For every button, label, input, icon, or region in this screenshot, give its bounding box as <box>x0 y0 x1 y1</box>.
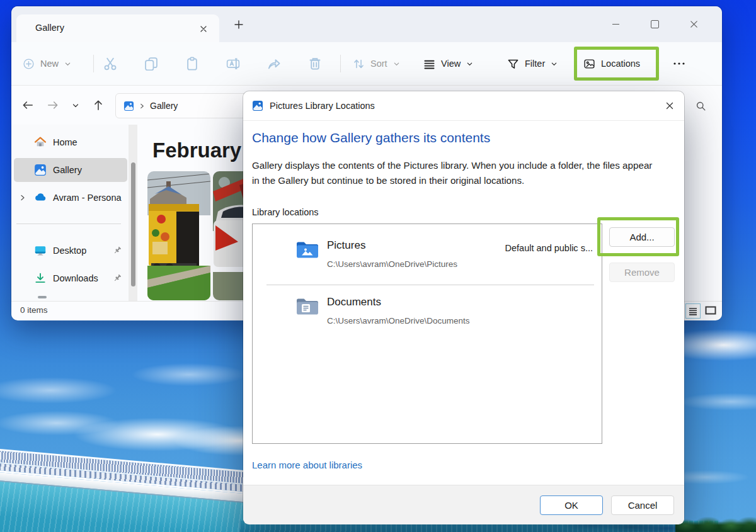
page: { "explorer": { "tab_title": "Gallery", … <box>0 0 756 532</box>
dialog-footer: OK Cancel <box>243 485 684 524</box>
sort-arrows-icon <box>353 58 365 70</box>
cancel-button[interactable]: Cancel <box>611 495 674 515</box>
location-path: C:\Users\avram\OneDrive\Documents <box>327 316 470 325</box>
sidebar-item-label: Home <box>53 137 77 147</box>
breadcrumb-chevron-icon <box>139 103 145 110</box>
rename-icon <box>226 57 240 71</box>
more-options-ellipsis-icon <box>673 62 685 65</box>
learn-more-link[interactable]: Learn more about libraries <box>252 460 362 470</box>
tab-title: Gallery <box>35 23 64 33</box>
items-count: 0 items <box>20 305 48 315</box>
dialog-close-icon[interactable] <box>664 100 675 111</box>
gallery-photo-icon <box>34 164 47 176</box>
minimize-icon[interactable] <box>596 12 635 37</box>
share-button[interactable] <box>267 42 281 85</box>
chevron-down-icon <box>551 60 558 67</box>
thumbnail-view-toggle-icon[interactable] <box>704 305 717 315</box>
delete-trash-icon <box>308 57 322 71</box>
copy-button[interactable] <box>144 42 158 85</box>
forward-arrow-icon[interactable] <box>47 99 59 111</box>
location-name: Documents <box>327 296 381 308</box>
close-icon[interactable] <box>674 12 713 37</box>
copy-icon <box>144 57 158 71</box>
view-button[interactable]: View <box>423 42 473 85</box>
new-circle-plus-icon <box>23 58 35 70</box>
view-list-icon <box>423 58 435 70</box>
filter-funnel-icon <box>507 58 519 70</box>
pictures-library-locations-dialog: Pictures Library Locations Change how Ga… <box>243 91 684 524</box>
dialog-title: Pictures Library Locations <box>270 101 658 111</box>
sidebar-separator <box>16 224 121 224</box>
folder-pictures-icon <box>295 239 319 259</box>
location-path: C:\Users\avram\OneDrive\Pictures <box>327 259 457 269</box>
search-magnifier-icon[interactable] <box>696 101 706 111</box>
list-item-pictures[interactable]: Pictures Default and public s... C:\User… <box>253 228 602 282</box>
sidebar-item-gallery[interactable]: Gallery <box>14 158 127 182</box>
dialog-description: Gallery displays the contents of the Pic… <box>252 158 655 188</box>
sidebar-item-downloads[interactable]: Downloads <box>14 266 127 290</box>
window-controls <box>596 6 713 42</box>
annotation-box-add <box>597 217 679 256</box>
annotation-box-locations <box>574 47 659 81</box>
sidebar-item-partial <box>38 296 47 298</box>
rename-button[interactable] <box>226 42 240 85</box>
up-arrow-icon[interactable] <box>92 99 105 111</box>
view-label: View <box>441 59 461 69</box>
sidebar-item-onedrive[interactable]: Avram - Persona <box>14 186 127 210</box>
share-icon <box>267 57 281 71</box>
location-note: Default and public s... <box>505 243 593 253</box>
sidebar-item-desktop[interactable]: Desktop <box>14 239 127 263</box>
sidebar-item-label: Avram - Persona <box>53 193 122 203</box>
gallery-photo-icon <box>123 101 134 111</box>
sidebar-item-label: Desktop <box>53 246 86 256</box>
sidebar-item-home[interactable]: Home <box>14 130 127 154</box>
expand-chevron-icon[interactable] <box>19 194 26 201</box>
library-locations-list: Pictures Default and public s... C:\User… <box>252 224 602 444</box>
delete-button[interactable] <box>308 42 322 85</box>
pin-icon <box>112 246 122 256</box>
onedrive-cloud-icon <box>34 191 47 204</box>
recent-locations-chevron-icon[interactable] <box>72 102 84 115</box>
back-arrow-icon[interactable] <box>21 99 34 111</box>
home-icon <box>34 136 47 149</box>
folder-documents-icon <box>295 296 319 316</box>
filter-button[interactable]: Filter <box>507 42 558 85</box>
sidebar-item-label: Gallery <box>53 165 82 175</box>
library-locations-label: Library locations <box>252 207 319 217</box>
location-name: Pictures <box>327 239 365 252</box>
remove-button[interactable]: Remove <box>609 263 675 282</box>
dialog-heading: Change how Gallery gathers its contents <box>252 130 490 145</box>
breadcrumb-gallery[interactable]: Gallery <box>150 101 178 111</box>
sort-button[interactable]: Sort <box>353 42 400 85</box>
pin-icon <box>112 273 122 283</box>
sidebar-scrollbar-thumb[interactable] <box>131 162 135 286</box>
more-options-button[interactable] <box>673 42 685 85</box>
filter-label: Filter <box>525 59 545 69</box>
dialog-title-bar: Pictures Library Locations <box>243 91 684 121</box>
tab-close-icon[interactable] <box>198 23 209 35</box>
photo-thumbnail[interactable] <box>147 171 210 300</box>
sidebar-item-label: Downloads <box>53 273 98 283</box>
tab-strip: Gallery <box>11 6 722 42</box>
chevron-down-icon <box>466 60 473 67</box>
sort-label: Sort <box>370 59 387 69</box>
chevron-down-icon <box>393 60 400 67</box>
sidebar: Home Gallery Avram - Persona Desktop <box>11 125 129 301</box>
new-button[interactable]: New <box>23 42 71 85</box>
wallpaper-trees <box>675 516 756 532</box>
chevron-down-icon <box>64 60 71 67</box>
paste-button[interactable] <box>185 42 199 85</box>
maximize-icon[interactable] <box>635 12 674 37</box>
ok-button[interactable]: OK <box>540 495 603 515</box>
gallery-photo-icon <box>252 100 263 111</box>
new-label: New <box>40 59 59 69</box>
paste-clipboard-icon <box>185 57 199 71</box>
details-view-toggle-icon[interactable] <box>685 303 701 319</box>
new-tab-icon[interactable] <box>233 19 244 30</box>
desktop-monitor-icon <box>34 244 47 257</box>
list-item-documents[interactable]: Documents C:\Users\avram\OneDrive\Docume… <box>253 285 602 339</box>
cut-scissors-icon <box>103 57 117 71</box>
tab-gallery[interactable]: Gallery <box>16 14 219 42</box>
cut-button[interactable] <box>103 42 117 85</box>
downloads-arrow-icon <box>34 272 47 285</box>
